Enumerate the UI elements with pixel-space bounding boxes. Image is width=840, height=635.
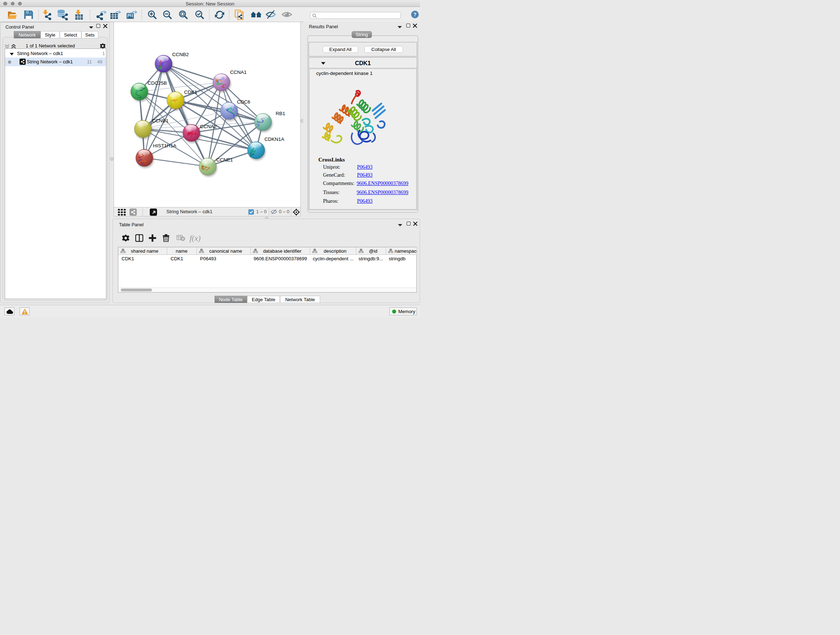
svg-text:CDC25B: CDC25B [148, 80, 167, 86]
svg-text:CCNB2: CCNB2 [172, 52, 189, 57]
svg-text:CDKN1A: CDKN1A [264, 136, 284, 142]
svg-text:CCNE1: CCNE1 [216, 157, 233, 163]
svg-text:CCNA2: CCNA2 [200, 124, 217, 129]
svg-text:CDC6: CDC6 [237, 99, 250, 105]
svg-text:?: ? [414, 11, 417, 17]
svg-text:HIST1H1A: HIST1H1A [153, 143, 177, 149]
svg-text:RB1: RB1 [276, 111, 285, 116]
svg-text:CDK1: CDK1 [184, 89, 197, 95]
svg-text:CCNB1: CCNB1 [152, 118, 169, 124]
svg-text:CCNA1: CCNA1 [230, 70, 247, 75]
